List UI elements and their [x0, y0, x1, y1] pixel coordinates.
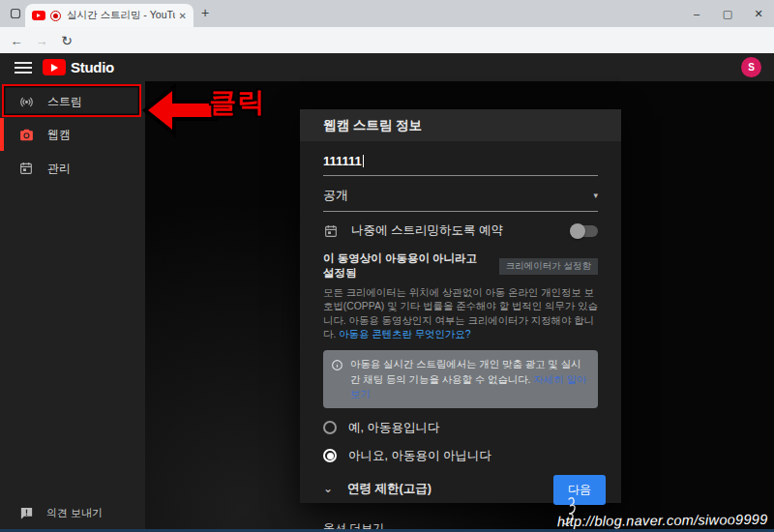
studio-sidebar: 스트림 웹캠 관리 의견 보내기	[0, 81, 145, 532]
sidebar-item-label: 웹캠	[47, 127, 71, 143]
account-avatar[interactable]: S	[741, 57, 761, 77]
info-text-wrap: 아동용 실시간 스트림에서는 개인 맞춤 광고 및 실시간 채팅 등의 기능을 …	[350, 357, 588, 400]
youtube-studio-logo[interactable]: Studio	[43, 59, 114, 75]
text-cursor	[363, 155, 364, 167]
window-minimize-button[interactable]: –	[681, 0, 712, 27]
feedback-label: 의견 보내기	[46, 506, 103, 520]
browser-toolbar: ← → ↻ https://studio.youtube.com/channel…	[0, 27, 774, 53]
studio-brand-text: Studio	[71, 59, 114, 75]
watermark-url: http://blog.naver.com/siwoo9999	[557, 512, 768, 529]
refresh-button[interactable]: ↻	[58, 32, 75, 49]
toggle-knob	[570, 223, 585, 239]
kids-info-box: 아동용 실시간 스트림에서는 개인 맞춤 광고 및 실시간 채팅 등의 기능을 …	[323, 350, 598, 407]
radio-unchecked-icon	[323, 421, 337, 434]
schedule-row: 나중에 스트리밍하도록 예약	[323, 222, 598, 239]
kids-content-link[interactable]: 아동용 콘텐츠란 무엇인가요?	[339, 329, 470, 340]
sidebar-item-stream[interactable]: 스트림	[0, 86, 145, 117]
broadcast-icon	[17, 94, 35, 110]
visibility-select[interactable]: 공개 ▾	[323, 187, 598, 212]
radio-no-label: 아니요, 아동용이 아닙니다	[348, 448, 491, 464]
kids-setting-row: 이 동영상이 아동용이 아니라고 설정됨 크리에이터가 설정함	[323, 251, 598, 281]
schedule-toggle[interactable]	[570, 225, 598, 237]
new-tab-button[interactable]: +	[201, 5, 209, 20]
forward-button: →	[33, 32, 50, 49]
sidebar-item-label: 스트림	[47, 94, 82, 110]
kids-description: 모든 크리에이터는 위치에 상관없이 아동 온라인 개인정보 보호법(COPPA…	[323, 286, 598, 341]
window-maximize-button[interactable]: ▢	[712, 0, 743, 27]
radio-yes-label: 예, 아동용입니다	[348, 420, 439, 436]
dropdown-caret-icon: ▾	[593, 191, 598, 200]
feedback-icon	[17, 506, 35, 520]
sidebar-item-manage[interactable]: 관리	[0, 153, 145, 184]
chevron-down-icon: ⌄	[323, 482, 339, 495]
radio-checked-icon	[323, 449, 337, 462]
browser-tab[interactable]: 실시간 스트리밍 - YouTube ✕	[25, 4, 194, 27]
calendar-icon	[17, 161, 35, 176]
youtube-play-icon	[43, 59, 66, 75]
back-button[interactable]: ←	[8, 32, 25, 49]
radio-option-not-kids[interactable]: 아니요, 아동용이 아닙니다	[323, 448, 598, 464]
schedule-label: 나중에 스트리밍하도록 예약	[351, 222, 503, 239]
recording-indicator-icon	[50, 11, 61, 21]
kids-heading: 이 동영상이 아동용이 아니라고 설정됨	[323, 251, 491, 281]
stream-title-value: 111111	[323, 154, 362, 168]
visibility-value: 공개	[323, 187, 348, 204]
dialog-title: 웹캠 스트림 정보	[300, 109, 621, 141]
webcam-icon	[17, 127, 35, 143]
window-close-button[interactable]: ✕	[743, 0, 774, 27]
main-content: 웹캠 스트림 정보 111111 공개 ▾ 나중에 스트리밍하도록 예약 이 동…	[145, 81, 774, 532]
send-feedback-button[interactable]: 의견 보내기	[0, 499, 145, 526]
tab-actions-button[interactable]	[8, 7, 23, 22]
sidebar-item-label: 관리	[47, 161, 71, 177]
youtube-favicon-icon	[32, 11, 45, 20]
webcam-stream-info-dialog: 웹캠 스트림 정보 111111 공개 ▾ 나중에 스트리밍하도록 예약 이 동…	[300, 109, 621, 503]
studio-header: Studio S	[0, 53, 774, 81]
dialog-body: 111111 공개 ▾ 나중에 스트리밍하도록 예약 이 동영상이 아동용이 아…	[300, 154, 621, 516]
window-controls: – ▢ ✕	[681, 0, 774, 27]
browser-titlebar: 실시간 스트리밍 - YouTube ✕ + – ▢ ✕	[0, 0, 774, 27]
schedule-calendar-icon	[323, 223, 339, 239]
tab-title: 실시간 스트리밍 - YouTube	[67, 9, 175, 22]
set-by-creator-badge: 크리에이터가 설정함	[499, 258, 598, 275]
tab-close-icon[interactable]: ✕	[179, 11, 187, 21]
stream-title-input[interactable]: 111111	[323, 154, 598, 176]
info-icon	[331, 359, 343, 400]
hamburger-menu-icon[interactable]	[15, 62, 32, 76]
browser-window: 실시간 스트리밍 - YouTube ✕ + – ▢ ✕ ← → ↻ https…	[0, 0, 774, 532]
sidebar-item-webcam[interactable]: 웹캠	[0, 119, 145, 150]
radio-option-yes-kids[interactable]: 예, 아동용입니다	[323, 420, 598, 436]
age-restriction-label: 연령 제한(고급)	[347, 481, 432, 497]
tab-actions-icon	[10, 6, 21, 23]
